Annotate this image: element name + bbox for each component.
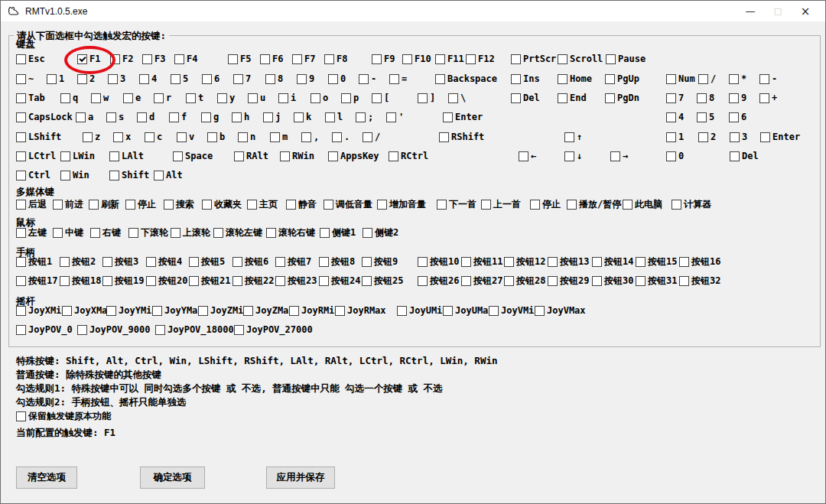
- checkbox-3[interactable]: 3: [108, 73, 125, 84]
- checkbox-key[interactable]: ~: [16, 73, 34, 84]
- checkbox-2[interactable]: 2: [77, 73, 95, 84]
- checkbox-1[interactable]: 1: [47, 73, 64, 84]
- apply-and-save-button[interactable]: 应用并保存: [266, 467, 335, 489]
- checkbox-4[interactable]: 4: [139, 73, 157, 84]
- checkbox-按钮20[interactable]: 按钮20: [146, 275, 187, 286]
- checkbox-按钮28[interactable]: 按钮28: [504, 275, 545, 286]
- checkbox-按钮30[interactable]: 按钮30: [592, 275, 633, 286]
- checkbox-按钮16[interactable]: 按钮16: [679, 256, 720, 267]
- checkbox-f10[interactable]: F10: [402, 54, 431, 64]
- checkbox-end[interactable]: End: [558, 93, 587, 103]
- checkbox-调低音量[interactable]: 调低音量: [324, 199, 372, 210]
- checkbox-播放-暂停[interactable]: 播放/暂停: [567, 199, 621, 210]
- checkbox-按钮11[interactable]: 按钮11: [461, 256, 502, 267]
- checkbox-滚轮右键[interactable]: 滚轮右键: [266, 227, 315, 238]
- checkbox-esc[interactable]: Esc: [16, 54, 45, 64]
- checkbox-下一首[interactable]: 下一首: [437, 199, 476, 210]
- checkbox-key[interactable]: ': [386, 112, 404, 122]
- checkbox-按钮14[interactable]: 按钮14: [592, 256, 633, 267]
- checkbox-ctrl[interactable]: Ctrl: [16, 170, 50, 180]
- checkbox-key[interactable]: /: [363, 132, 380, 142]
- checkbox-joyumax[interactable]: JoyUMax: [443, 305, 494, 316]
- checkbox-上一首[interactable]: 上一首: [481, 199, 521, 210]
- checkbox-此电脑[interactable]: 此电脑: [623, 199, 662, 210]
- maximize-icon[interactable]: □: [764, 6, 792, 16]
- checkbox-按钮17[interactable]: 按钮17: [16, 275, 57, 286]
- checkbox-按钮7[interactable]: 按钮7: [275, 256, 311, 267]
- checkbox-按钮32[interactable]: 按钮32: [679, 275, 720, 286]
- checkbox-backspace[interactable]: Backspace: [435, 73, 497, 84]
- checkbox-3[interactable]: 3: [730, 132, 747, 142]
- minimize-icon[interactable]: —: [737, 5, 764, 17]
- checkbox-按钮10[interactable]: 按钮10: [418, 256, 459, 267]
- checkbox-f4[interactable]: F4: [174, 54, 197, 64]
- checkbox-joyzmin[interactable]: JoyZMin: [198, 305, 249, 316]
- checkbox-rshift[interactable]: RShift: [439, 132, 484, 142]
- checkbox-f6[interactable]: F6: [260, 54, 283, 64]
- checkbox-u[interactable]: u: [248, 93, 265, 103]
- checkbox-p[interactable]: p: [341, 93, 359, 103]
- checkbox-x[interactable]: x: [113, 132, 131, 142]
- checkbox-joyvmin[interactable]: JoyVMin: [489, 305, 540, 316]
- checkbox-key[interactable]: ↓: [564, 151, 582, 161]
- checkbox-f2[interactable]: F2: [110, 54, 133, 64]
- checkbox-按钮4[interactable]: 按钮4: [146, 256, 182, 267]
- checkbox-2[interactable]: 2: [698, 132, 716, 142]
- checkbox-capslock[interactable]: CapsLock: [16, 112, 73, 122]
- checkbox-f12[interactable]: F12: [466, 54, 495, 64]
- checkbox-上滚轮[interactable]: 上滚轮: [171, 227, 210, 238]
- checkbox-key[interactable]: *: [729, 73, 746, 84]
- checkbox-5[interactable]: 5: [697, 112, 714, 122]
- checkbox-f3[interactable]: F3: [142, 54, 165, 64]
- checkbox-del[interactable]: Del: [511, 93, 540, 103]
- checkbox-m[interactable]: m: [270, 132, 288, 142]
- checkbox-按钮15[interactable]: 按钮15: [636, 256, 677, 267]
- checkbox-key[interactable]: ←: [519, 151, 536, 161]
- checkbox-f8[interactable]: F8: [324, 54, 347, 64]
- checkbox-lctrl[interactable]: LCtrl: [16, 151, 56, 161]
- checkbox-按钮25[interactable]: 按钮25: [362, 275, 403, 286]
- checkbox-ralt[interactable]: RAlt: [234, 151, 268, 161]
- checkbox-5[interactable]: 5: [171, 73, 188, 84]
- checkbox-scroll[interactable]: Scroll: [558, 54, 603, 64]
- checkbox-i[interactable]: i: [278, 93, 296, 103]
- checkbox-space[interactable]: Space: [173, 151, 213, 161]
- clear-options-button[interactable]: 清空选项: [16, 467, 77, 489]
- checkbox-joypov-9000[interactable]: JoyPOV_9000: [77, 324, 150, 335]
- checkbox-收藏夹[interactable]: 收藏夹: [202, 199, 242, 210]
- checkbox-joypov-18000[interactable]: JoyPOV_18000: [155, 324, 234, 335]
- checkbox-增加音量[interactable]: 增加音量: [377, 199, 426, 210]
- checkbox-按钮13[interactable]: 按钮13: [548, 256, 589, 267]
- checkbox-按钮6[interactable]: 按钮6: [233, 256, 268, 267]
- checkbox-计算器[interactable]: 计算器: [672, 199, 711, 210]
- checkbox-下滚轮[interactable]: 下滚轮: [128, 227, 168, 238]
- checkbox-j[interactable]: j: [263, 112, 281, 122]
- checkbox-lalt[interactable]: LAlt: [109, 151, 144, 161]
- checkbox-joyxmin[interactable]: JoyXMin: [16, 305, 67, 316]
- checkbox-l[interactable]: l: [325, 112, 343, 122]
- checkbox-joypov-27000[interactable]: JoyPOV_27000: [234, 324, 313, 335]
- checkbox-c[interactable]: c: [145, 132, 162, 142]
- checkbox-9[interactable]: 9: [297, 73, 314, 84]
- checkbox-按钮21[interactable]: 按钮21: [189, 275, 230, 286]
- checkbox-按钮26[interactable]: 按钮26: [418, 275, 459, 286]
- checkbox-key[interactable]: ;: [356, 112, 373, 122]
- checkbox-6[interactable]: 6: [729, 112, 746, 122]
- checkbox-按钮1[interactable]: 按钮1: [16, 256, 52, 267]
- checkbox-pause[interactable]: Pause: [606, 54, 646, 64]
- checkbox-按钮24[interactable]: 按钮24: [319, 275, 360, 286]
- checkbox-d[interactable]: d: [137, 112, 154, 122]
- checkbox-enter[interactable]: Enter: [443, 112, 483, 122]
- checkbox-9[interactable]: 9: [729, 93, 746, 103]
- checkbox-alt[interactable]: Alt: [154, 170, 183, 180]
- checkbox-s[interactable]: s: [106, 112, 124, 122]
- checkbox-按钮2[interactable]: 按钮2: [60, 256, 96, 267]
- checkbox-e[interactable]: e: [123, 93, 141, 103]
- checkbox-rctrl[interactable]: RCtrl: [389, 151, 428, 161]
- checkbox-num[interactable]: Num: [666, 73, 695, 84]
- checkbox-按钮22[interactable]: 按钮22: [233, 275, 274, 286]
- checkbox-a[interactable]: a: [76, 112, 93, 122]
- checkbox-按钮27[interactable]: 按钮27: [461, 275, 502, 286]
- checkbox-home[interactable]: Home: [558, 73, 592, 84]
- checkbox-7[interactable]: 7: [666, 93, 684, 103]
